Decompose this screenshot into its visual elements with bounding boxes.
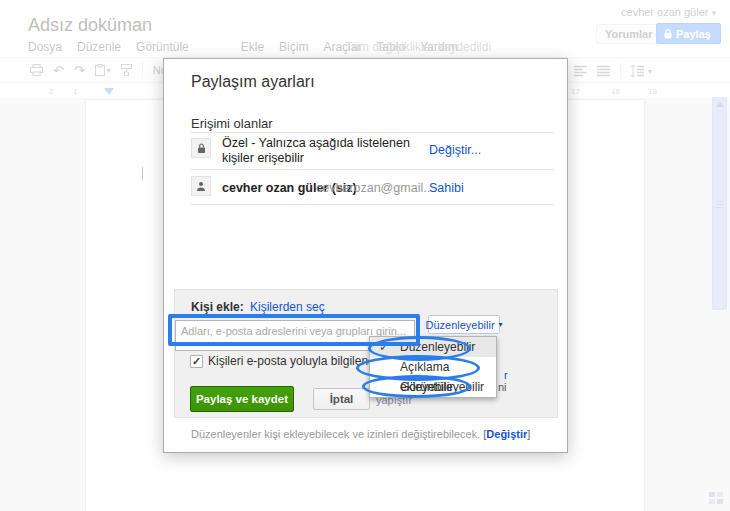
divider <box>191 204 554 205</box>
cancel-button[interactable]: İptal <box>313 388 370 410</box>
menu-item-can-edit[interactable]: ✓ Düzenleyebilir <box>370 337 496 357</box>
dialog-title: Paylaşım ayarları <box>191 73 315 91</box>
add-people-label: Kişi ekle: <box>191 300 244 314</box>
menu-item-can-comment[interactable]: Açıklama ekleyebilir <box>370 357 496 377</box>
permission-menu: ✓ Düzenleyebilir Açıklama ekleyebilir Gö… <box>369 336 497 398</box>
sharing-settings-dialog: Paylaşım ayarları Erişimi olanlar Özel -… <box>163 58 568 453</box>
owner-role-link[interactable]: Sahibi <box>429 181 464 195</box>
person-glyph <box>196 181 206 191</box>
permission-dropdown-button[interactable]: Düzenleyebilir ▾ <box>428 315 500 334</box>
divider <box>191 132 554 133</box>
visibility-text: Özel - Yalnızca aşağıda listelenen kişil… <box>222 136 437 166</box>
editors-permission-note: Düzenleyenler kişi ekleyebilecek ve izin… <box>191 428 530 440</box>
lock-glyph <box>197 143 206 154</box>
person-icon <box>191 176 211 196</box>
change-visibility-link[interactable]: Değiştir... <box>429 143 481 157</box>
lock-icon <box>191 138 211 158</box>
menu-item-can-view[interactable]: Görüntüleyebilir <box>370 377 496 397</box>
chevron-down-icon: ▾ <box>499 320 503 329</box>
owner-email: cevherozan@gmail.... <box>316 181 437 195</box>
check-icon: ✓ <box>379 337 389 357</box>
obscured-text-fragment: r <box>504 369 508 381</box>
share-and-save-button[interactable]: Paylaş ve kaydet <box>190 386 294 412</box>
choose-from-contacts-link[interactable]: Kişilerden seç <box>250 300 325 314</box>
change-editor-permissions-link[interactable]: Değiştir <box>486 428 527 440</box>
divider <box>191 169 554 170</box>
who-has-access-heading: Erişimi olanlar <box>191 116 273 131</box>
obscured-text-fragment: ni <box>498 381 507 393</box>
notify-checkbox[interactable]: ✓ <box>190 355 203 368</box>
notify-label: Kişileri e-posta yoluyla bilgilendir - <box>208 354 389 368</box>
